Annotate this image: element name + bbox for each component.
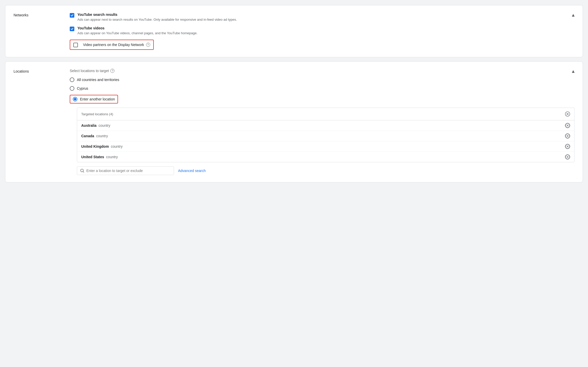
location-canada-text: Canada country — [81, 134, 108, 138]
select-locations-label: Select locations to target ? — [70, 69, 574, 73]
targeted-locations-box: Targeted locations (4) Australia country — [77, 108, 574, 162]
locations-content: Select locations to target ? All countri… — [70, 69, 574, 175]
checkmark-icon — [70, 14, 74, 17]
network-item-display: Video partners on the Display Network ? — [70, 40, 574, 50]
search-icon — [80, 169, 84, 173]
radio-enter-another-wrap: Enter another location — [70, 95, 574, 104]
youtube-videos-text: YouTube videos Ads can appear on YouTube… — [77, 26, 197, 35]
radio-cyprus-label: Cyprus — [77, 86, 88, 90]
youtube-search-checkbox[interactable] — [70, 13, 74, 18]
radio-all-countries[interactable]: All countries and territories — [70, 77, 574, 82]
location-row-uk: United Kingdom country — [77, 141, 574, 152]
location-row-canada: Canada country — [77, 131, 574, 141]
location-search-input[interactable] — [86, 169, 171, 173]
radio-cyprus[interactable]: Cyprus — [70, 86, 574, 91]
locations-collapse-button[interactable]: ▲ — [571, 69, 575, 74]
display-network-help-icon[interactable]: ? — [146, 43, 150, 47]
remove-australia-button[interactable] — [565, 123, 570, 128]
display-network-highlighted-wrap: Video partners on the Display Network ? — [70, 40, 154, 50]
circle-x-icon-all — [565, 111, 570, 117]
remove-canada-button[interactable] — [565, 133, 570, 139]
advanced-search-link[interactable]: Advanced search — [178, 169, 206, 173]
location-uk-type: country — [111, 144, 123, 148]
youtube-videos-desc: Ads can appear on YouTube videos, channe… — [77, 31, 197, 35]
radio-all-countries-circle[interactable] — [70, 77, 74, 82]
remove-us-button[interactable] — [565, 154, 570, 159]
magnifier-icon — [80, 169, 84, 173]
locations-help-icon[interactable]: ? — [110, 69, 114, 73]
youtube-videos-title: YouTube videos — [77, 26, 197, 30]
location-us-text: United States country — [81, 155, 118, 159]
networks-collapse-button[interactable]: ▲ — [571, 13, 575, 18]
location-search-input-wrap[interactable] — [77, 166, 174, 175]
location-australia-type: country — [99, 123, 110, 128]
svg-line-16 — [83, 171, 84, 173]
location-search-row: Advanced search — [77, 166, 574, 175]
circle-x-icon-australia — [565, 123, 570, 128]
display-network-checkbox[interactable] — [73, 43, 78, 47]
location-canada-type: country — [96, 134, 108, 138]
networks-card: Networks YouTube search results Ads can … — [5, 5, 583, 57]
radio-all-countries-label: All countries and territories — [77, 78, 119, 82]
remove-all-locations-icon[interactable] — [565, 111, 570, 117]
locations-card: Locations Select locations to target ? A… — [5, 61, 583, 182]
radio-cyprus-circle[interactable] — [70, 86, 74, 91]
youtube-search-text: YouTube search results Ads can appear ne… — [77, 13, 237, 21]
network-item-youtube-videos: YouTube videos Ads can appear on YouTube… — [70, 26, 574, 35]
circle-x-icon-us — [565, 154, 570, 159]
location-canada-name: Canada — [81, 134, 94, 138]
youtube-search-desc: Ads can appear next to search results on… — [77, 18, 237, 21]
radio-enter-another-highlighted[interactable]: Enter another location — [70, 95, 118, 104]
location-uk-text: United Kingdom country — [81, 144, 123, 148]
checkmark-icon-2 — [70, 27, 74, 30]
youtube-videos-checkbox[interactable] — [70, 27, 74, 31]
location-row-us: United States country — [77, 152, 574, 162]
locations-header: Targeted locations (4) — [77, 108, 574, 120]
radio-enter-another-circle[interactable] — [73, 97, 77, 101]
location-australia-text: Australia country — [81, 123, 110, 128]
networks-label: Networks — [14, 13, 70, 17]
display-network-title: Video partners on the Display Network — [83, 43, 144, 47]
location-australia-name: Australia — [81, 123, 97, 128]
locations-header-text: Targeted locations (4) — [81, 112, 113, 116]
remove-uk-button[interactable] — [565, 144, 570, 149]
radio-enter-another-label: Enter another location — [80, 97, 115, 101]
location-us-name: United States — [81, 155, 104, 159]
circle-x-icon-uk — [565, 144, 570, 149]
location-us-type: country — [106, 155, 118, 159]
locations-label: Locations — [14, 69, 70, 73]
network-item-youtube-search: YouTube search results Ads can appear ne… — [70, 13, 574, 21]
youtube-search-title: YouTube search results — [77, 13, 237, 17]
location-row-australia: Australia country — [77, 120, 574, 131]
location-uk-name: United Kingdom — [81, 144, 109, 148]
display-network-checkbox-unchecked[interactable] — [73, 43, 78, 47]
networks-content: YouTube search results Ads can appear ne… — [70, 13, 574, 50]
youtube-search-checkbox-checked[interactable] — [70, 13, 74, 18]
youtube-videos-checkbox-checked[interactable] — [70, 27, 74, 31]
circle-x-icon-canada — [565, 133, 570, 139]
